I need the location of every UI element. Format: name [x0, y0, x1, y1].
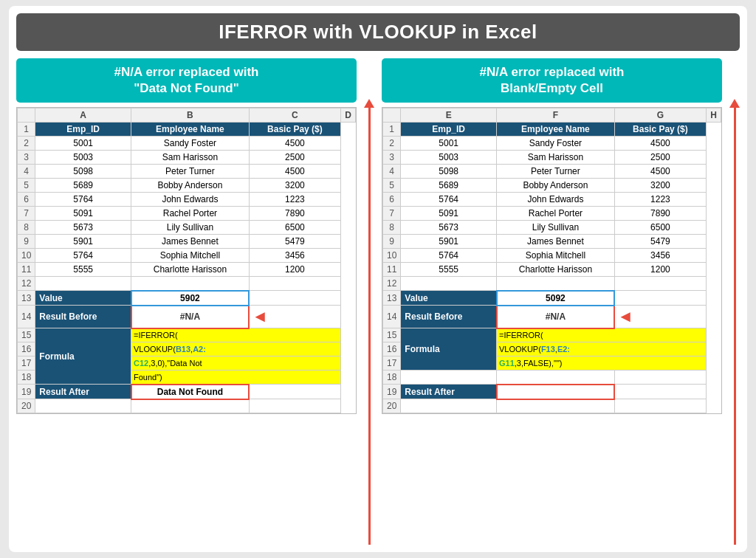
left-formula-line4: Found") — [131, 371, 341, 385]
right-divider-arrow-up — [729, 99, 740, 108]
table-row: 19 Result After — [383, 385, 721, 399]
left-h-empid: Emp_ID — [35, 123, 131, 137]
col-d-header: D — [341, 108, 356, 123]
left-value-label: Value — [35, 291, 131, 306]
divider-column — [364, 58, 374, 545]
table-row: 2 5001Sandy Foster4500 — [18, 137, 356, 151]
right-header-text: #N/A error replaced withBlank/Empty Cell — [480, 65, 625, 95]
table-row: 4 5098Peter Turner4500 — [18, 165, 356, 179]
table-row: 19 Result After Data Not Found — [18, 385, 356, 399]
right-spreadsheet: E F G H 1 Emp_ID Employee Name Basic Pay… — [382, 107, 722, 414]
left-table: A B C D 1 Emp_ID Employee Name Basic Pay… — [17, 108, 356, 413]
left-h-name: Employee Name — [131, 123, 250, 137]
table-row: 4 5098Peter Turner4500 — [383, 165, 721, 179]
corner-cell — [18, 108, 35, 123]
right-formula-line3: G11,3,FALSE),"") — [497, 356, 707, 371]
table-row: 11 5555Charlotte Harisson1200 — [18, 263, 356, 277]
table-row: 9 5901James Bennet5479 — [383, 235, 721, 249]
col-b-header: B — [131, 108, 250, 123]
vertical-divider — [368, 108, 371, 545]
table-row: 13 Value 5902 — [18, 291, 356, 306]
col-g-header: G — [614, 108, 706, 123]
left-formula-line1: =IFERROR( — [131, 328, 341, 342]
panels-container: #N/A error replaced with"Data Not Found"… — [16, 58, 740, 545]
table-row: 20 — [18, 399, 356, 413]
main-container: IFERROR with VLOOKUP in Excel #N/A error… — [9, 6, 747, 552]
table-row: 1 Emp_ID Employee Name Basic Pay ($) — [383, 123, 721, 137]
table-row: 12 — [18, 277, 356, 291]
table-row: 9 5901James Bennet5479 — [18, 235, 356, 249]
left-panel: #N/A error replaced with"Data Not Found"… — [16, 58, 357, 545]
table-row: 6 5764John Edwards1223 — [18, 193, 356, 207]
left-formula-line2: VLOOKUP(B13,A2: — [131, 342, 341, 356]
left-h-pay: Basic Pay ($) — [249, 123, 340, 137]
table-row: 13 Value 5092 — [383, 291, 721, 306]
right-value-cell: 5092 — [497, 291, 615, 306]
right-vertical-line — [734, 108, 736, 545]
table-row: 7 5091Rachel Porter7890 — [383, 207, 721, 221]
table-row: 6 5764John Edwards1223 — [383, 193, 721, 207]
table-row: 10 5764Sophia Mitchell3456 — [383, 249, 721, 263]
right-formula-line2: VLOOKUP(F13,E2: — [497, 342, 707, 356]
right-table: E F G H 1 Emp_ID Employee Name Basic Pay… — [382, 108, 721, 413]
table-row: 8 5673Lily Sullivan6500 — [18, 221, 356, 235]
col-a-header: A — [35, 108, 131, 123]
right-value-label: Value — [401, 291, 497, 306]
table-row: 12 — [383, 277, 721, 291]
table-row: 15 Formula =IFERROR( — [383, 328, 721, 342]
right-formula-line1: =IFERROR( — [497, 328, 707, 342]
col-c-header: C — [249, 108, 340, 123]
row-num-1: 1 — [18, 123, 35, 137]
left-result-after-cell: Data Not Found — [131, 385, 250, 399]
right-result-before-label: Result Before — [401, 306, 497, 328]
right-arrow-column — [729, 58, 740, 545]
table-row: 18 — [383, 371, 721, 385]
col-header-row: A B C D — [18, 108, 356, 123]
right-formula-label: Formula — [401, 328, 497, 371]
left-spreadsheet: A B C D 1 Emp_ID Employee Name Basic Pay… — [16, 107, 357, 414]
table-row: 5 5689Bobby Anderson3200 — [18, 179, 356, 193]
table-row: 14 Result Before #N/A ◄ — [18, 306, 356, 328]
right-panel: #N/A error replaced withBlank/Empty Cell… — [382, 58, 722, 545]
table-row: 11 5555Charlotte Harisson1200 — [383, 263, 721, 277]
col-header-row: E F G H — [383, 108, 721, 123]
table-row: 14 Result Before #N/A ◄ — [383, 306, 721, 328]
left-result-after-label: Result After — [35, 385, 131, 399]
left-value-cell: 5902 — [131, 291, 250, 306]
col-e-header: E — [401, 108, 497, 123]
table-row: 15 Formula =IFERROR( — [18, 328, 356, 342]
right-result-after-cell — [497, 385, 615, 399]
left-formula-line3: C12,3,0),"Data Not — [131, 356, 341, 371]
table-row: 5 5689Bobby Anderson3200 — [383, 179, 721, 193]
table-row: 7 5091Rachel Porter7890 — [18, 207, 356, 221]
table-row: 3 5003Sam Harisson2500 — [383, 151, 721, 165]
left-panel-header: #N/A error replaced with"Data Not Found" — [16, 58, 357, 103]
col-h-header: H — [707, 108, 721, 123]
right-result-before-cell: #N/A — [497, 306, 615, 328]
main-title: IFERROR with VLOOKUP in Excel — [219, 21, 537, 43]
left-formula-label: Formula — [35, 328, 131, 385]
left-header-text: #N/A error replaced with"Data Not Found" — [114, 65, 259, 95]
left-result-before-label: Result Before — [35, 306, 131, 328]
left-r1d — [341, 123, 356, 137]
table-row: 3 5003Sam Harisson2500 — [18, 151, 356, 165]
right-panel-header: #N/A error replaced withBlank/Empty Cell — [382, 58, 722, 103]
table-row: 10 5764Sophia Mitchell3456 — [18, 249, 356, 263]
table-row: 1 Emp_ID Employee Name Basic Pay ($) — [18, 123, 356, 137]
table-row: 20 — [383, 399, 721, 413]
right-result-after-label: Result After — [401, 385, 497, 399]
left-result-before-cell: #N/A — [131, 306, 250, 328]
divider-arrow-up — [364, 99, 374, 108]
title-bar: IFERROR with VLOOKUP in Excel — [16, 13, 740, 51]
corner-cell-r — [383, 108, 401, 123]
left-arrow-icon: ◄ — [252, 307, 268, 326]
col-f-header: F — [497, 108, 615, 123]
table-row: 8 5673Lily Sullivan6500 — [383, 221, 721, 235]
table-row: 2 5001Sandy Foster4500 — [383, 137, 721, 151]
right-arrow-icon: ◄ — [617, 307, 633, 326]
